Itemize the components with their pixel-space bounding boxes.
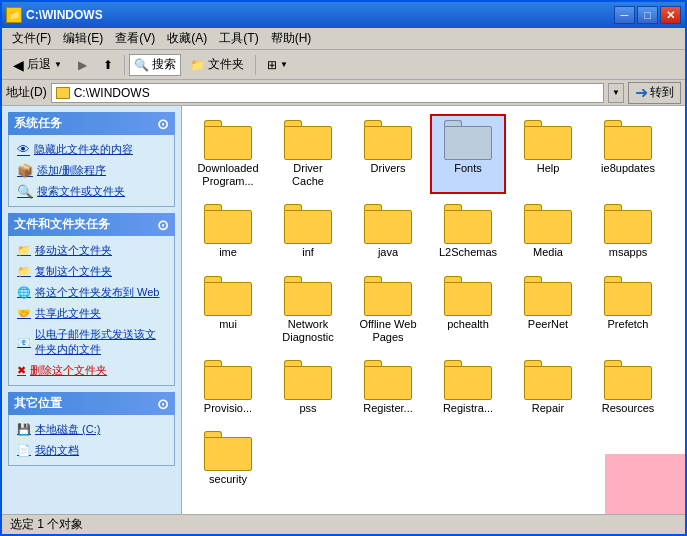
folder-body [604, 366, 652, 400]
view-button[interactable]: ⊞ ▼ [260, 53, 295, 77]
other-locations-toggle: ⊙ [157, 396, 169, 412]
menu-file[interactable]: 文件(F) [6, 28, 57, 49]
search-box[interactable]: 🔍 搜索 [129, 54, 181, 76]
folder-item[interactable]: Register... [350, 354, 426, 421]
folder-item[interactable]: inf [270, 198, 346, 265]
window: 📁 C:\WINDOWS ─ □ ✕ 文件(F) 编辑(E) 查看(V) 收藏(… [0, 0, 687, 536]
sidebar-item-delete[interactable]: ✖ 删除这个文件夹 [11, 360, 172, 381]
sidebar-item-hide[interactable]: 👁 隐藏此文件夹的内容 [11, 139, 172, 160]
toolbar: ◀ 后退 ▼ ▶ ⬆ 🔍 搜索 📁 文件夹 ⊞ ▼ [2, 50, 685, 80]
folder-label: Registra... [443, 402, 493, 415]
back-button[interactable]: ◀ 后退 ▼ [6, 53, 69, 77]
forward-button[interactable]: ▶ [71, 53, 94, 77]
folders-button[interactable]: 📁 文件夹 [183, 53, 251, 77]
folder-item[interactable]: PeerNet [510, 270, 586, 350]
sidebar-item-share[interactable]: 🤝 共享此文件夹 [11, 303, 172, 324]
folder-item[interactable]: ime [190, 198, 266, 265]
folder-body [364, 210, 412, 244]
sidebar-item-move[interactable]: 📁 移动这个文件夹 [11, 240, 172, 261]
sidebar-item-my-docs[interactable]: 📄 我的文档 [11, 440, 172, 461]
menu-tools[interactable]: 工具(T) [213, 28, 264, 49]
file-tasks-title: 文件和文件夹任务 [14, 216, 110, 233]
back-arrow-icon: ◀ [13, 57, 24, 73]
folder-icon [284, 120, 332, 160]
address-bar: 地址(D) ▼ ➜ 转到 [2, 80, 685, 106]
menu-help[interactable]: 帮助(H) [265, 28, 318, 49]
folder-icon [604, 204, 652, 244]
folder-label: security [209, 473, 247, 486]
address-dropdown[interactable]: ▼ [608, 83, 624, 103]
sidebar-item-search[interactable]: 🔍 搜索文件或文件夹 [11, 181, 172, 202]
folder-icon [204, 276, 252, 316]
folder-body [204, 366, 252, 400]
go-label: 转到 [650, 84, 674, 101]
folder-item[interactable]: mui [190, 270, 266, 350]
folder-label: Register... [363, 402, 413, 415]
folder-item[interactable]: Fonts [430, 114, 506, 194]
folder-icon [604, 360, 652, 400]
address-input-wrap[interactable] [51, 83, 604, 103]
hide-label: 隐藏此文件夹的内容 [34, 142, 133, 157]
folder-item[interactable]: Downloaded Program... [190, 114, 266, 194]
other-locations-content: 💾 本地磁盘 (C:) 📄 我的文档 [8, 415, 175, 466]
folder-icon [364, 204, 412, 244]
folder-item[interactable]: Drivers [350, 114, 426, 194]
folder-body [604, 282, 652, 316]
up-button[interactable]: ⬆ [96, 53, 120, 77]
file-tasks-content: 📁 移动这个文件夹 📁 复制这个文件夹 🌐 将这个文件夹发布到 Web 🤝 共享… [8, 236, 175, 386]
system-tasks-header[interactable]: 系统任务 ⊙ [8, 112, 175, 135]
folder-item[interactable]: security [190, 425, 266, 492]
folder-item[interactable]: pss [270, 354, 346, 421]
folders-label: 文件夹 [208, 56, 244, 73]
window-icon: 📁 [6, 7, 22, 23]
content-pane: Downloaded Program...Driver CacheDrivers… [182, 106, 685, 514]
hide-icon: 👁 [17, 142, 30, 157]
folder-item[interactable]: Media [510, 198, 586, 265]
folder-item[interactable]: ie8updates [590, 114, 666, 194]
address-input[interactable] [74, 86, 599, 100]
my-docs-label: 我的文档 [35, 443, 79, 458]
folder-item[interactable]: Repair [510, 354, 586, 421]
other-locations-header[interactable]: 其它位置 ⊙ [8, 392, 175, 415]
folder-icon [364, 276, 412, 316]
sidebar-item-add-remove[interactable]: 📦 添加/删除程序 [11, 160, 172, 181]
sidebar-item-local-disk[interactable]: 💾 本地磁盘 (C:) [11, 419, 172, 440]
menu-edit[interactable]: 编辑(E) [57, 28, 109, 49]
folder-label: inf [302, 246, 314, 259]
maximize-button[interactable]: □ [637, 6, 658, 24]
folder-label: Drivers [371, 162, 406, 175]
folder-body [444, 366, 492, 400]
folder-label: Prefetch [608, 318, 649, 331]
folder-item[interactable]: Help [510, 114, 586, 194]
folder-item[interactable]: Driver Cache [270, 114, 346, 194]
sidebar-item-email[interactable]: 📧 以电子邮件形式发送该文件夹内的文件 [11, 324, 172, 360]
folder-label: ie8updates [601, 162, 655, 175]
sidebar: 系统任务 ⊙ 👁 隐藏此文件夹的内容 📦 添加/删除程序 🔍 搜索文件或文件夹 [2, 106, 182, 514]
menu-view[interactable]: 查看(V) [109, 28, 161, 49]
menu-favorites[interactable]: 收藏(A) [161, 28, 213, 49]
my-docs-icon: 📄 [17, 444, 31, 457]
main-area: 系统任务 ⊙ 👁 隐藏此文件夹的内容 📦 添加/删除程序 🔍 搜索文件或文件夹 [2, 106, 685, 514]
folder-item[interactable]: msapps [590, 198, 666, 265]
folder-item[interactable]: Provisio... [190, 354, 266, 421]
folder-body [284, 210, 332, 244]
sidebar-item-publish[interactable]: 🌐 将这个文件夹发布到 Web [11, 282, 172, 303]
go-button[interactable]: ➜ 转到 [628, 82, 681, 104]
folder-item[interactable]: Resources [590, 354, 666, 421]
folder-item[interactable]: Registra... [430, 354, 506, 421]
folder-item[interactable]: Offline Web Pages [350, 270, 426, 350]
sidebar-item-copy[interactable]: 📁 复制这个文件夹 [11, 261, 172, 282]
minimize-button[interactable]: ─ [614, 6, 635, 24]
folder-item[interactable]: L2Schemas [430, 198, 506, 265]
folder-item[interactable]: pchealth [430, 270, 506, 350]
folder-icon [524, 360, 572, 400]
close-button[interactable]: ✕ [660, 6, 681, 24]
folders-icon: 📁 [190, 58, 205, 72]
folder-item[interactable]: java [350, 198, 426, 265]
folder-body [364, 282, 412, 316]
move-label: 移动这个文件夹 [35, 243, 112, 258]
folder-item[interactable]: Network Diagnostic [270, 270, 346, 350]
folder-item[interactable]: Prefetch [590, 270, 666, 350]
add-remove-label: 添加/删除程序 [37, 163, 106, 178]
file-tasks-header[interactable]: 文件和文件夹任务 ⊙ [8, 213, 175, 236]
